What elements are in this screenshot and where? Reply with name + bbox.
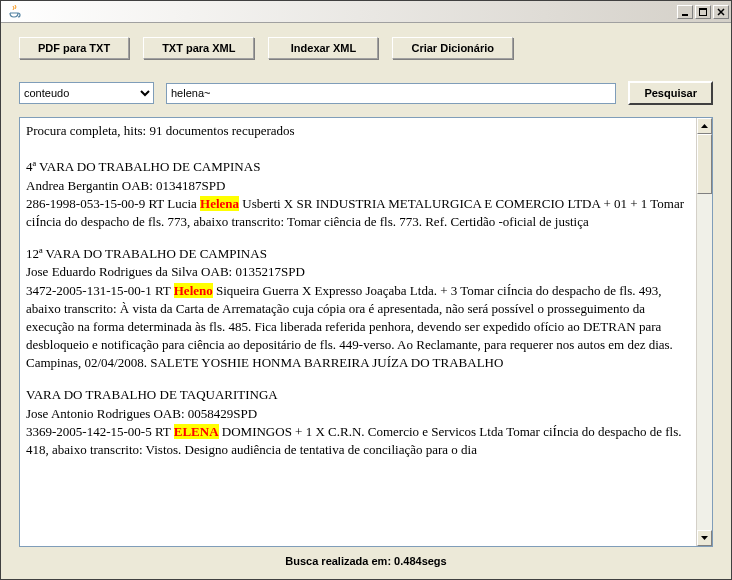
minimize-button[interactable] (677, 5, 693, 19)
pdf-to-txt-button[interactable]: PDF para TXT (19, 37, 129, 59)
java-icon (7, 4, 23, 20)
result-case: 3369-2005-142-15-00-5 RT ELENA DOMINGOS … (26, 423, 690, 459)
result-block: 12ª VARA DO TRABALHO DE CAMPINAS Jose Ed… (26, 245, 690, 372)
svg-rect-0 (682, 14, 688, 16)
result-header: 4ª VARA DO TRABALHO DE CAMPINAS (26, 158, 690, 176)
results-text: Procura completa, hits: 91 documentos re… (20, 118, 696, 546)
index-xml-button[interactable]: Indexar XML (268, 37, 378, 59)
scroll-thumb[interactable] (697, 134, 712, 194)
status-bar: Busca realizada em: 0.484segs (19, 547, 713, 571)
result-lawyer: Jose Antonio Rodrigues OAB: 0058429SPD (26, 405, 690, 423)
search-highlight: ELENA (174, 424, 219, 439)
search-row: conteudo Pesquisar (19, 81, 713, 105)
scroll-track[interactable] (697, 134, 712, 530)
content-area: PDF para TXT TXT para XML Indexar XML Cr… (1, 23, 731, 579)
result-header: 12ª VARA DO TRABALHO DE CAMPINAS (26, 245, 690, 263)
result-header: VARA DO TRABALHO DE TAQUARITINGA (26, 386, 690, 404)
close-button[interactable] (713, 5, 729, 19)
results-panel: Procura completa, hits: 91 documentos re… (19, 117, 713, 547)
search-highlight: Helena (200, 196, 239, 211)
search-button[interactable]: Pesquisar (628, 81, 713, 105)
app-window: PDF para TXT TXT para XML Indexar XML Cr… (0, 0, 732, 580)
result-lawyer: Andrea Bergantin OAB: 0134187SPD (26, 177, 690, 195)
result-case: 3472-2005-131-15-00-1 RT Heleno Siqueira… (26, 282, 690, 373)
search-input[interactable] (166, 83, 616, 104)
scrollbar[interactable] (696, 118, 712, 546)
result-lawyer: Jose Eduardo Rodrigues da Silva OAB: 013… (26, 263, 690, 281)
txt-to-xml-button[interactable]: TXT para XML (143, 37, 254, 59)
result-case: 286-1998-053-15-00-9 RT Lucia Helena Usb… (26, 195, 690, 231)
results-summary: Procura completa, hits: 91 documentos re… (26, 122, 690, 140)
field-select[interactable]: conteudo (19, 82, 154, 104)
result-block: VARA DO TRABALHO DE TAQUARITINGA Jose An… (26, 386, 690, 459)
search-highlight: Heleno (174, 283, 213, 298)
svg-rect-2 (699, 8, 707, 10)
toolbar: PDF para TXT TXT para XML Indexar XML Cr… (19, 37, 713, 59)
maximize-button[interactable] (695, 5, 711, 19)
titlebar (1, 1, 731, 23)
result-block: 4ª VARA DO TRABALHO DE CAMPINAS Andrea B… (26, 158, 690, 231)
scroll-up-arrow[interactable] (697, 118, 712, 134)
scroll-down-arrow[interactable] (697, 530, 712, 546)
create-dict-button[interactable]: Criar Dicionário (392, 37, 513, 59)
